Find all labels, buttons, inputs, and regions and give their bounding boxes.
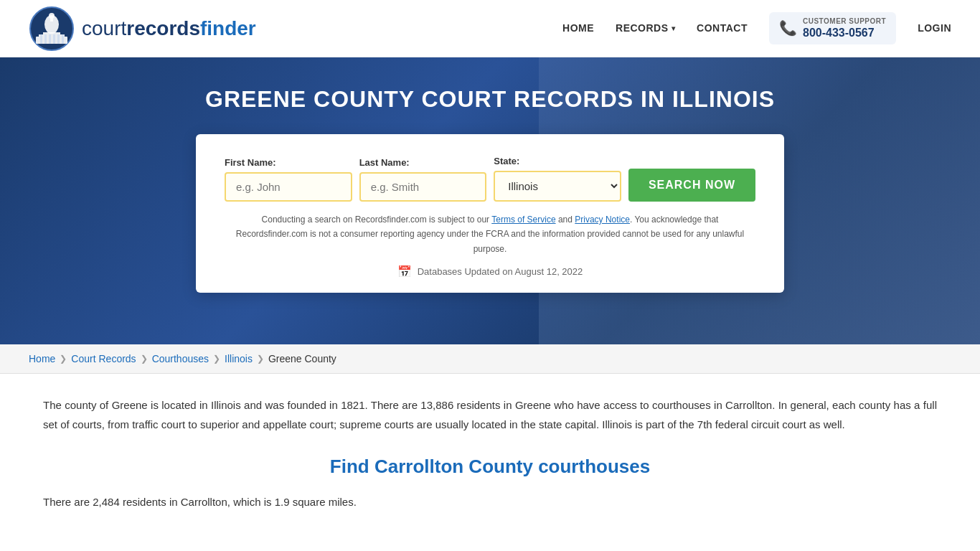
svg-rect-3 bbox=[39, 34, 65, 37]
nav-records[interactable]: RECORDS ▾ bbox=[616, 22, 675, 34]
privacy-link[interactable]: Privacy Notice bbox=[575, 215, 630, 225]
logo-link[interactable]: courtrecordsfinder bbox=[29, 6, 256, 52]
logo-icon bbox=[29, 6, 75, 52]
last-name-input[interactable] bbox=[359, 172, 487, 202]
first-name-group: First Name: bbox=[225, 157, 352, 202]
support-number: 800-433-0567 bbox=[803, 26, 886, 41]
breadcrumb-current: Greene County bbox=[268, 353, 336, 364]
breadcrumb-sep-3: ❯ bbox=[213, 354, 220, 364]
main-nav: HOME RECORDS ▾ CONTACT 📞 CUSTOMER SUPPOR… bbox=[562, 12, 951, 45]
chevron-down-icon: ▾ bbox=[672, 24, 676, 32]
state-label: State: bbox=[494, 156, 621, 166]
site-header: courtrecordsfinder HOME RECORDS ▾ CONTAC… bbox=[0, 0, 980, 57]
main-content: The county of Greene is located in Illin… bbox=[0, 374, 980, 540]
breadcrumb-sep-1: ❯ bbox=[60, 354, 67, 364]
search-fields: First Name: Last Name: State: AlabamaAla… bbox=[225, 156, 755, 202]
support-label: CUSTOMER SUPPORT bbox=[803, 17, 886, 26]
first-name-input[interactable] bbox=[225, 172, 352, 202]
breadcrumb: Home ❯ Court Records ❯ Courthouses ❯ Ill… bbox=[29, 353, 951, 364]
disclaimer-text: Conducting a search on Recordsfinder.com… bbox=[225, 212, 755, 256]
section-title: Find Carrollton County courthouses bbox=[43, 456, 937, 478]
svg-point-6 bbox=[49, 13, 55, 19]
search-card: First Name: Last Name: State: AlabamaAla… bbox=[196, 134, 784, 293]
db-update: 📅 Databases Updated on August 12, 2022 bbox=[225, 265, 755, 278]
svg-rect-8 bbox=[44, 34, 47, 44]
svg-rect-12 bbox=[62, 34, 64, 44]
last-name-group: Last Name: bbox=[359, 157, 487, 202]
state-group: State: AlabamaAlaskaArizonaArkansasCalif… bbox=[494, 156, 621, 202]
state-select[interactable]: AlabamaAlaskaArizonaArkansasCaliforniaCo… bbox=[494, 171, 621, 202]
db-update-text: Databases Updated on August 12, 2022 bbox=[418, 266, 583, 277]
svg-rect-9 bbox=[49, 34, 51, 44]
svg-rect-7 bbox=[40, 34, 42, 44]
svg-rect-10 bbox=[53, 34, 55, 44]
page-title: GREENE COUNTY COURT RECORDS IN ILLINOIS bbox=[205, 86, 775, 113]
breadcrumb-home[interactable]: Home bbox=[29, 353, 55, 364]
hero-section: GREENE COUNTY COURT RECORDS IN ILLINOIS … bbox=[0, 57, 980, 344]
search-button[interactable]: SEARCH NOW bbox=[628, 169, 755, 202]
first-name-label: First Name: bbox=[225, 157, 352, 168]
nav-home[interactable]: HOME bbox=[562, 22, 594, 34]
svg-rect-11 bbox=[57, 34, 60, 44]
nav-login[interactable]: LOGIN bbox=[918, 22, 951, 34]
support-area: 📞 CUSTOMER SUPPORT 800-433-0567 bbox=[769, 12, 896, 45]
nav-contact[interactable]: CONTACT bbox=[697, 22, 748, 34]
calendar-icon: 📅 bbox=[397, 265, 412, 278]
svg-rect-2 bbox=[43, 32, 60, 34]
intro-paragraph: The county of Greene is located in Illin… bbox=[43, 395, 937, 434]
headphone-icon: 📞 bbox=[779, 19, 797, 37]
breadcrumb-court-records[interactable]: Court Records bbox=[71, 353, 136, 364]
last-name-label: Last Name: bbox=[359, 157, 487, 168]
breadcrumb-sep-2: ❯ bbox=[141, 354, 148, 364]
breadcrumb-bar: Home ❯ Court Records ❯ Courthouses ❯ Ill… bbox=[0, 344, 980, 374]
terms-link[interactable]: Terms of Service bbox=[491, 215, 555, 225]
breadcrumb-sep-4: ❯ bbox=[257, 354, 264, 364]
breadcrumb-illinois[interactable]: Illinois bbox=[225, 353, 253, 364]
logo-text: courtrecordsfinder bbox=[82, 17, 256, 40]
breadcrumb-courthouses[interactable]: Courthouses bbox=[152, 353, 209, 364]
sub-paragraph: There are 2,484 residents in Carrollton,… bbox=[43, 492, 937, 512]
